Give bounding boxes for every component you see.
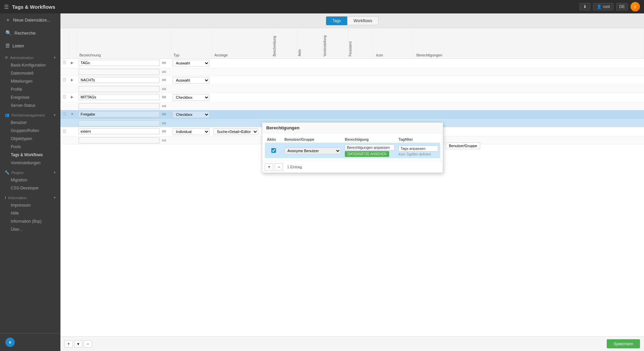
page-title: Tags & Workflows <box>12 4 55 10</box>
sidebar-sub-migration[interactable]: Migration <box>0 176 60 184</box>
typ-select[interactable]: AuswahlCheckboxIndividual <box>173 111 210 118</box>
sidebar: ＋ Neue Datensätze... 🔍 Recherche ☰ Liste… <box>0 13 60 351</box>
expand-icon[interactable]: ▼ <box>71 112 74 116</box>
sidebar-section-information[interactable]: ℹ Information ▾ <box>0 192 60 201</box>
sidebar-item-listen[interactable]: ☰ Listen <box>0 39 60 52</box>
add-chevron-button[interactable]: ▾ <box>74 340 82 348</box>
typ-select[interactable]: AuswahlCheckboxIndividual <box>173 128 210 135</box>
sidebar-logo: e <box>5 338 15 347</box>
benutzer-gruppe-button[interactable]: Benutzer/Gruppe <box>446 142 480 149</box>
sidebar-sub-profile[interactable]: Profile <box>0 85 60 93</box>
sidebar-sub-basis[interactable]: Basis-Konfiguration <box>0 61 60 69</box>
popup-header: Berechtigungen <box>262 123 443 133</box>
sidebar-sub-mitteilungen[interactable]: Mitteilungen <box>0 77 60 85</box>
sidebar-sub-pools[interactable]: Pools <box>0 143 60 151</box>
lang-selector[interactable]: DE <box>616 3 628 10</box>
download-button[interactable]: ⬇ <box>580 3 590 10</box>
typ-select[interactable]: AuswahlCheckboxIndividual <box>173 60 210 67</box>
sidebar-section-administration[interactable]: ⚙ Administration ▾ <box>0 52 60 61</box>
remove-button[interactable]: − <box>84 340 92 348</box>
avatar[interactable]: r <box>631 2 640 11</box>
drag-handle[interactable]: ⠿ <box>63 112 66 117</box>
sidebar-item-recherche[interactable]: 🔍 Recherche <box>0 27 60 39</box>
bezeichnung-de-input[interactable] <box>79 111 159 117</box>
chevron-down-icon2: ▾ <box>54 113 56 117</box>
bezeichnung-us-input[interactable] <box>79 86 159 92</box>
bezeichnung-us-input[interactable] <box>79 137 159 143</box>
lang-badge-de: DE <box>162 130 166 133</box>
sidebar-sub-tags[interactable]: Tags & Workflows <box>0 151 60 159</box>
lang-badge-de: DE <box>162 95 166 99</box>
administration-label: Administration <box>10 56 34 60</box>
expand-icon[interactable]: ▶ <box>71 78 74 82</box>
content-area: Tags Workflows Bezeichnung Typ Anzeige B… <box>60 13 644 351</box>
save-button[interactable]: Speichern <box>607 339 640 348</box>
sidebar-sub-impressum[interactable]: Impressum <box>0 201 60 209</box>
lang-badge-de: DE <box>162 61 166 64</box>
lang-badge-us: US <box>162 139 166 142</box>
typ-select[interactable]: AuswahlCheckboxIndividual <box>173 77 210 84</box>
col-beschreibung-header: Beschreibung <box>272 28 297 59</box>
expand-icon[interactable]: ▶ <box>71 61 74 64</box>
bottom-toolbar: + ▾ − <box>64 340 92 348</box>
chevron-down-icon3: ▾ <box>54 170 56 175</box>
sidebar-sub-voreinstellungen[interactable]: Voreinstellungen <box>0 159 60 167</box>
topbar: ☰ Tags & Workflows ⬇ 👤 root DE r <box>0 0 644 13</box>
sidebar-sub-datenmodell[interactable]: Datenmodell <box>0 69 60 77</box>
lang-badge-us: US <box>162 87 166 91</box>
tab-tags[interactable]: Tags <box>326 16 347 25</box>
tabs-bar: Tags Workflows <box>326 16 378 25</box>
table-row: ⠿ ▶ DE AuswahlCheckboxIndividual <box>60 59 644 68</box>
tab-workflows[interactable]: Workflows <box>347 16 378 25</box>
lang-badge-us: US <box>162 70 166 74</box>
sidebar-neue-label: Neue Datensätze... <box>13 17 50 23</box>
user-button[interactable]: 👤 root <box>593 3 614 10</box>
bezeichnung-de-input[interactable] <box>79 60 159 66</box>
gear-icon: ⚙ <box>5 55 8 60</box>
drag-handle[interactable]: ⠿ <box>63 77 66 83</box>
topbar-right: ⬇ 👤 root DE r <box>580 2 640 11</box>
bezeichnung-de-input[interactable] <box>79 77 159 83</box>
plugin-icon: 🔧 <box>5 170 9 175</box>
bezeichnung-us-input[interactable] <box>79 103 159 109</box>
anzeige-select[interactable]: Suche+Detail+Editor <box>214 128 258 135</box>
sidebar-sub-info-bsp[interactable]: Information (Bsp) <box>0 217 60 225</box>
popup-remove-button[interactable]: − <box>275 163 283 171</box>
search-icon: 🔍 <box>5 30 12 36</box>
sidebar-sub-hilfe[interactable]: Hilfe <box>0 209 60 217</box>
datensatze-button[interactable]: DATENSÄTZE ANSEHEN <box>345 151 389 157</box>
bezeichnung-de-input[interactable] <box>79 94 159 100</box>
sidebar-recherche-label: Recherche <box>14 31 36 36</box>
typ-select[interactable]: AuswahlCheckboxIndividual <box>173 94 210 101</box>
sidebar-item-neue[interactable]: ＋ Neue Datensätze... <box>0 13 60 27</box>
chevron-down-icon: ▾ <box>54 55 56 60</box>
bezeichnung-us-input[interactable] <box>79 120 159 126</box>
popup-col-tagfilter: Tagfilter <box>397 136 440 143</box>
drag-handle[interactable]: ⠿ <box>63 94 66 100</box>
sidebar-section-plugins[interactable]: 🔧 Plugins ▾ <box>0 167 60 176</box>
expand-icon[interactable]: ▶ <box>71 95 74 99</box>
sidebar-section-rechte[interactable]: 👥 Rechtemanagement ▾ <box>0 109 60 119</box>
add-button[interactable]: + <box>64 340 73 348</box>
remove-icon: − <box>87 342 89 346</box>
col-typ-header: Typ <box>171 28 212 59</box>
sidebar-sub-css[interactable]: CSS-Developer <box>0 184 60 192</box>
sidebar-sub-gruppen[interactable]: Gruppen/Rollen <box>0 127 60 135</box>
bezeichnung-us-input[interactable] <box>79 69 159 75</box>
user-label: root <box>603 4 610 9</box>
table-row-sub: US <box>60 68 644 76</box>
table-row: ⠿ ▼ DE AuswahlCheckboxIndividual <box>60 110 644 120</box>
download-icon: ⬇ <box>583 4 587 9</box>
sidebar-sub-objekttypen[interactable]: Objekttypen <box>0 135 60 143</box>
sidebar-sub-ereignisse[interactable]: Ereignisse <box>0 93 60 101</box>
sidebar-sub-server[interactable]: Server-Status <box>0 101 60 109</box>
menu-icon[interactable]: ☰ <box>4 4 9 10</box>
aktiv-checkbox[interactable] <box>271 148 276 153</box>
bezeichnung-de-input[interactable] <box>79 128 159 134</box>
sidebar-sub-benutzer[interactable]: Benutzer <box>0 119 60 127</box>
popup-add-button[interactable]: + <box>265 163 273 171</box>
benutzer-gruppe-select[interactable]: Anonyme Benutzer <box>284 147 341 154</box>
sidebar-sub-ueber[interactable]: Über... <box>0 225 60 233</box>
drag-handle[interactable]: ⠿ <box>63 129 66 134</box>
drag-handle[interactable]: ⠿ <box>63 60 66 65</box>
